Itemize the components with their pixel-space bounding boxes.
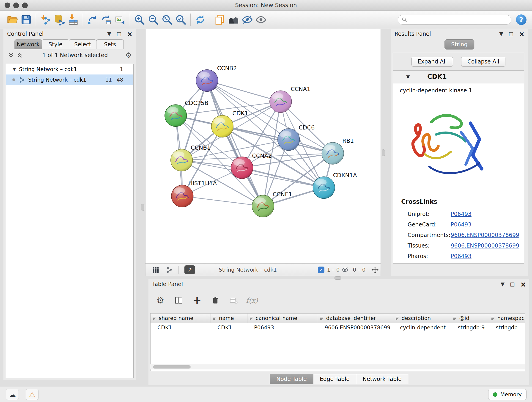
close-panel-icon[interactable]: × [127, 30, 133, 38]
column-header[interactable]: namespac [489, 313, 525, 323]
splitter-handle[interactable] [382, 149, 385, 156]
network-options-gear-icon[interactable]: ⚙ [125, 51, 132, 59]
home-button[interactable] [227, 13, 240, 27]
import-network-database-button[interactable] [52, 13, 66, 27]
tab-sets[interactable]: Sets [96, 39, 124, 49]
close-window-button[interactable] [5, 2, 10, 8]
help-button[interactable]: ? [516, 14, 526, 25]
tab-node-table[interactable]: Node Table [270, 374, 313, 384]
import-table-button[interactable] [66, 13, 80, 27]
network-node-CDC6[interactable]: CDC6 [278, 124, 315, 151]
network-node-CDC25B[interactable]: CDC25B [165, 100, 209, 127]
refresh-view-button[interactable] [193, 13, 207, 27]
cell-description[interactable]: cyclin-dependent ... [393, 323, 451, 332]
minimize-window-button[interactable] [13, 2, 19, 8]
scrollbar-thumb[interactable] [153, 365, 191, 369]
crosslink-link[interactable]: P06493 [451, 211, 472, 217]
float-panel-icon[interactable]: □ [117, 32, 121, 36]
network-row-selected[interactable]: String Network – cdk1 11 48 [6, 75, 133, 85]
network-collection-row[interactable]: ▼ String Network – cdk1 1 [6, 64, 133, 75]
cell-namespace[interactable]: stringdb [489, 323, 525, 332]
network-overview-button[interactable] [166, 264, 173, 276]
float-panel-icon[interactable]: □ [509, 32, 513, 36]
column-header[interactable]: @id [451, 313, 489, 323]
birds-eye-view-button[interactable] [152, 264, 159, 276]
network-node-HIST1H1A[interactable]: HIST1H1A [171, 180, 217, 207]
network-edge[interactable] [207, 81, 263, 206]
tab-network-table[interactable]: Network Table [356, 374, 408, 384]
collapse-panel-icon[interactable]: ▼ [500, 282, 505, 287]
column-header[interactable]: shared name [151, 313, 210, 323]
cloud-status-button[interactable]: ☁ [6, 389, 19, 400]
column-header[interactable]: name [210, 313, 247, 323]
cell-id[interactable]: stringdb:9... [451, 323, 489, 332]
splitter-handle[interactable] [141, 204, 144, 211]
splitter-handle[interactable] [335, 276, 341, 280]
crosslink-link[interactable]: P06493 [451, 253, 472, 259]
close-panel-icon[interactable]: × [520, 280, 526, 288]
cell-canonical-name[interactable]: P06493 [247, 323, 318, 332]
memory-button[interactable]: Memory [488, 389, 526, 400]
tab-style[interactable]: Style [42, 39, 69, 49]
tab-string[interactable]: String [444, 39, 474, 50]
network-node-CDK1[interactable]: CDK1 [211, 110, 248, 137]
crosslink-link[interactable]: 9606.ENSP00000378699 [451, 242, 519, 249]
layout-table-button[interactable] [99, 13, 113, 27]
function-builder-button[interactable]: f(x) [247, 295, 257, 305]
pan-mode-button[interactable] [371, 264, 379, 276]
column-header[interactable]: canonical name [247, 313, 318, 323]
crosslink-link[interactable]: P06493 [451, 221, 472, 228]
section-expander-icon[interactable]: ▼ [406, 74, 410, 80]
zoom-selected-button[interactable] [174, 13, 188, 27]
cell-name[interactable]: CDK1 [210, 323, 247, 332]
export-image-button[interactable] [113, 13, 127, 27]
column-header[interactable]: description [393, 313, 451, 323]
tab-network[interactable]: Network [14, 39, 42, 49]
crosshair-move-icon [371, 266, 379, 274]
detach-view-button[interactable]: ↗ [184, 265, 195, 274]
network-node-RB1[interactable]: RB1 [322, 138, 354, 164]
show-columns-button[interactable] [174, 295, 184, 305]
float-panel-icon[interactable]: □ [510, 282, 515, 287]
cell-database-identifier[interactable]: 9606.ENSP00000378699 [318, 323, 393, 332]
hide-graphics-details-button[interactable] [240, 13, 254, 27]
protein-section-header[interactable]: ▼ CDK1 [393, 71, 524, 83]
network-node-CCNA1[interactable]: CCNA1 [270, 86, 310, 113]
expand-all-button[interactable]: Expand All [412, 57, 453, 67]
close-panel-icon[interactable]: × [519, 30, 525, 38]
show-graphics-details-button[interactable] [254, 13, 268, 27]
column-header[interactable]: database identifier [318, 313, 393, 323]
crosslink-row: Uniprot: P06493 [408, 209, 519, 219]
create-column-button[interactable]: + [192, 295, 202, 305]
cell-shared-name[interactable]: CDK1 [151, 323, 210, 332]
tab-select[interactable]: Select [69, 39, 96, 49]
crosslink-link[interactable]: 9606.ENSP00000378699 [451, 232, 519, 238]
control-panel-tabs: Network Style Select Sets [14, 39, 130, 49]
tab-edge-table[interactable]: Edge Table [313, 374, 356, 384]
search-input[interactable] [409, 17, 507, 23]
zoom-out-button[interactable] [146, 13, 160, 27]
table-horizontal-scrollbar[interactable] [150, 364, 525, 370]
expand-all-icon[interactable] [16, 52, 23, 59]
open-session-button[interactable] [6, 13, 19, 27]
collapse-panel-icon[interactable]: ▼ [499, 32, 503, 36]
clone-network-button[interactable] [213, 13, 227, 27]
tree-expander-icon[interactable]: ▼ [13, 67, 16, 71]
warnings-button[interactable]: ⚠ [26, 389, 38, 400]
network-view-canvas[interactable]: CCNB2CCNA1CDC25BCDK1CDC6RB1CCNB1CCNA2CDK… [145, 29, 381, 263]
network-node-CDKN1A[interactable]: CDKN1A [313, 172, 357, 199]
zoom-window-button[interactable] [22, 2, 28, 8]
table-options-gear-icon[interactable]: ⚙ [155, 295, 165, 305]
collapse-all-button[interactable]: Collapse All [461, 57, 505, 67]
table-row[interactable]: CDK1 CDK1 P06493 9606.ENSP00000378699 cy… [151, 323, 525, 332]
zoom-fit-button[interactable] [160, 13, 174, 27]
save-session-button[interactable] [19, 13, 33, 27]
zoom-in-button[interactable] [133, 13, 146, 27]
collapse-all-icon[interactable] [7, 52, 14, 59]
delete-column-button[interactable] [210, 295, 220, 305]
apply-layout-button[interactable] [86, 13, 99, 27]
collapse-panel-icon[interactable]: ▼ [107, 32, 111, 36]
selected-checkbox-icon[interactable]: ✓ [318, 267, 324, 273]
import-network-file-button[interactable] [39, 13, 52, 27]
network-edge[interactable] [182, 196, 263, 206]
